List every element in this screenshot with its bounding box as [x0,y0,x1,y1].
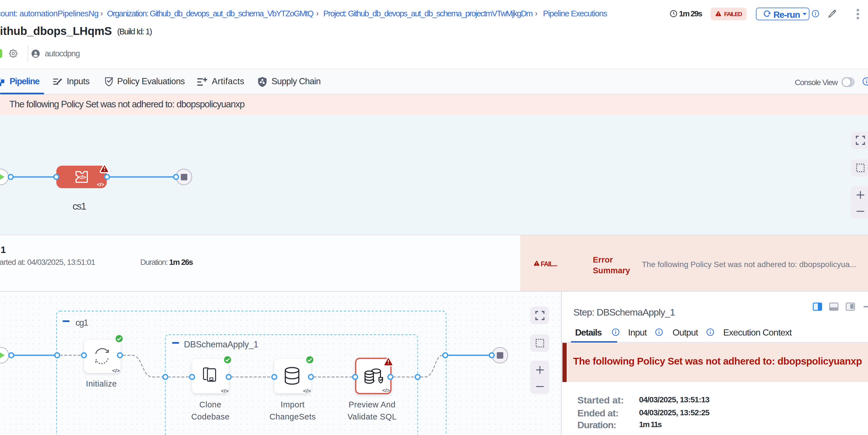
svg-text:Clone: Clone [199,400,221,409]
svg-text:Codebase: Codebase [191,412,229,421]
svg-text:ChangeSets: ChangeSets [270,412,316,421]
svg-text:</>: </> [112,368,120,374]
svg-text:Initialize: Initialize [86,379,117,388]
svg-text:Preview And: Preview And [349,400,396,409]
svg-text:</>: </> [303,388,311,394]
svg-text:cg1: cg1 [75,318,88,328]
svg-text:DBSchemaApply_1: DBSchemaApply_1 [184,340,258,349]
svg-text:cs1: cs1 [73,200,86,212]
svg-text:</>: </> [382,387,390,393]
svg-text:</>: </> [221,388,228,394]
svg-text:Validate SQL: Validate SQL [347,412,397,421]
svg-text:Import: Import [280,400,305,409]
svg-text:</>: </> [97,182,104,187]
svg-text:</>: </> [78,174,86,180]
